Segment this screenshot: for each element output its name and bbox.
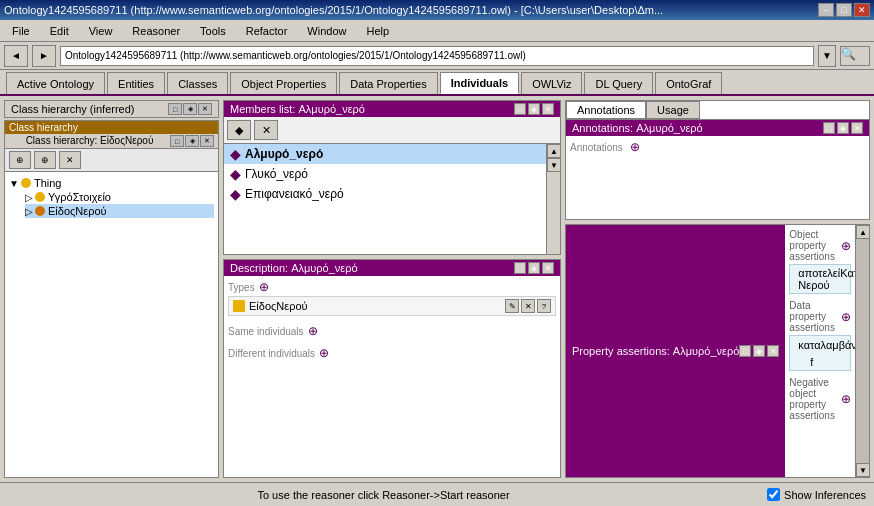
scroll-down[interactable]: ▼ bbox=[547, 158, 560, 172]
types-item-icon bbox=[233, 300, 245, 312]
tree-children: ▷ ΥγρόΣτοιχείο ▷ ΕίδοςΝερού bbox=[9, 190, 214, 218]
ugrostoxeio-dot bbox=[35, 192, 45, 202]
ch-remove-btn[interactable]: ✕ bbox=[59, 151, 81, 169]
tab-entities[interactable]: Entities bbox=[107, 72, 165, 94]
ch-icon-3[interactable]: ✕ bbox=[200, 135, 214, 147]
show-inferences-checkbox[interactable] bbox=[767, 488, 780, 501]
menu-view[interactable]: View bbox=[81, 23, 121, 39]
tree-item-thing[interactable]: ▼ Thing bbox=[9, 176, 214, 190]
types-info-btn[interactable]: ? bbox=[537, 299, 551, 313]
menu-help[interactable]: Help bbox=[358, 23, 397, 39]
ch-icon-2[interactable]: ◈ bbox=[185, 135, 199, 147]
back-button[interactable]: ◄ bbox=[4, 45, 28, 67]
ann-tab-annotations[interactable]: Annotations bbox=[566, 101, 646, 119]
ch-selected[interactable]: Class hierarchy: ΕίδοςΝερού □ ◈ ✕ bbox=[5, 134, 218, 149]
inferred-icon-3[interactable]: ✕ bbox=[198, 103, 212, 115]
members-icon-2[interactable]: ◈ bbox=[528, 103, 540, 115]
desc-icon-2[interactable]: ◈ bbox=[528, 262, 540, 274]
ch-tree: ▼ Thing ▷ ΥγρόΣτοιχείο ▷ ΕίδοςΝερού bbox=[5, 172, 218, 477]
forward-button[interactable]: ► bbox=[32, 45, 56, 67]
obj-add-icon[interactable]: ⊕ bbox=[841, 239, 851, 253]
members-scrollbar[interactable]: ▲ ▼ bbox=[546, 144, 560, 254]
types-delete-btn[interactable]: ✕ bbox=[521, 299, 535, 313]
search-button[interactable]: 🔍 bbox=[840, 46, 870, 66]
same-add-icon[interactable]: ⊕ bbox=[308, 324, 318, 338]
member-label-2: Επιφανειακό_νερό bbox=[245, 187, 344, 201]
menu-bar: File Edit View Reasoner Tools Refactor W… bbox=[0, 20, 874, 42]
address-dropdown[interactable]: ▼ bbox=[818, 45, 836, 67]
prop-icon-3[interactable]: ✕ bbox=[767, 345, 779, 357]
object-prop-section: Object property assertions ⊕ αποτελείΚατ… bbox=[789, 229, 851, 294]
close-button[interactable]: ✕ bbox=[854, 3, 870, 17]
inferred-icon-2[interactable]: ◈ bbox=[183, 103, 197, 115]
diff-add-icon[interactable]: ⊕ bbox=[319, 346, 329, 360]
menu-refactor[interactable]: Refactor bbox=[238, 23, 296, 39]
property-scrollbar[interactable]: ▲ ▼ bbox=[855, 225, 869, 477]
members-list-panel: Members list: Αλμυρό_νερό □ ◈ ✕ ◆ ✕ ◆ Αλ… bbox=[223, 100, 561, 255]
ch-icon-1[interactable]: □ bbox=[170, 135, 184, 147]
title-text: Ontology1424595689711 (http://www.semant… bbox=[4, 4, 818, 16]
thing-label: Thing bbox=[34, 177, 62, 189]
desc-icon-1[interactable]: □ bbox=[514, 262, 526, 274]
data-prop-type: f bbox=[810, 356, 813, 368]
members-icon-1[interactable]: □ bbox=[514, 103, 526, 115]
menu-tools[interactable]: Tools bbox=[192, 23, 234, 39]
left-panel: Class hierarchy (inferred) □ ◈ ✕ Class h… bbox=[4, 100, 219, 478]
property-header: Property assertions: Αλμυρό_νερό □ ◈ ✕ bbox=[566, 225, 785, 477]
neg-add-icon[interactable]: ⊕ bbox=[841, 392, 851, 406]
ann-add-icon[interactable]: ⊕ bbox=[630, 140, 640, 154]
menu-file[interactable]: File bbox=[4, 23, 38, 39]
tab-active-ontology[interactable]: Active Ontology bbox=[6, 72, 105, 94]
prop-scroll-down[interactable]: ▼ bbox=[856, 463, 870, 477]
description-content: Types ⊕ ΕίδοςΝερού ✎ ✕ ? bbox=[224, 276, 560, 477]
members-icon-3[interactable]: ✕ bbox=[542, 103, 554, 115]
tab-object-properties[interactable]: Object Properties bbox=[230, 72, 337, 94]
ann-header-label: Annotations: Αλμυρό_νερό bbox=[572, 122, 703, 134]
address-bar[interactable]: Ontology1424595689711 (http://www.semant… bbox=[60, 46, 814, 66]
ann-icon-1[interactable]: □ bbox=[823, 122, 835, 134]
scroll-up[interactable]: ▲ bbox=[547, 144, 560, 158]
ann-icon-3[interactable]: ✕ bbox=[851, 122, 863, 134]
menu-window[interactable]: Window bbox=[299, 23, 354, 39]
ch-add-btn[interactable]: ⊕ bbox=[9, 151, 31, 169]
members-toolbar: ◆ ✕ bbox=[224, 117, 560, 144]
types-edit-btn[interactable]: ✎ bbox=[505, 299, 519, 313]
ann-icon-2[interactable]: ◈ bbox=[837, 122, 849, 134]
menu-reasoner[interactable]: Reasoner bbox=[124, 23, 188, 39]
inferred-header-icons: □ ◈ ✕ bbox=[168, 103, 212, 115]
member-item-0[interactable]: ◆ Αλμυρό_νερό bbox=[224, 144, 560, 164]
tab-owlviz[interactable]: OWLViz bbox=[521, 72, 582, 94]
eidosnerou-label: ΕίδοςΝερού bbox=[48, 205, 107, 217]
expand-icon-2: ▷ bbox=[25, 192, 33, 203]
ch-add-sub-btn[interactable]: ⊕ bbox=[34, 151, 56, 169]
prop-icon-2[interactable]: ◈ bbox=[753, 345, 765, 357]
maximize-button[interactable]: □ bbox=[836, 3, 852, 17]
member-item-2[interactable]: ◆ Επιφανειακό_νερό bbox=[224, 184, 560, 204]
tab-data-properties[interactable]: Data Properties bbox=[339, 72, 437, 94]
members-btn-2[interactable]: ✕ bbox=[254, 120, 278, 140]
types-add-icon[interactable]: ⊕ bbox=[259, 280, 269, 294]
prop-scroll-up[interactable]: ▲ bbox=[856, 225, 870, 239]
minimize-button[interactable]: – bbox=[818, 3, 834, 17]
tab-classes[interactable]: Classes bbox=[167, 72, 228, 94]
prop-scroll-thumb bbox=[856, 239, 869, 463]
ch-toolbar: ⊕ ⊕ ✕ bbox=[5, 149, 218, 172]
types-item-label: ΕίδοςΝερού bbox=[249, 300, 308, 312]
menu-edit[interactable]: Edit bbox=[42, 23, 77, 39]
tab-dl-query[interactable]: DL Query bbox=[584, 72, 653, 94]
tab-ontograf[interactable]: OntoGraf bbox=[655, 72, 722, 94]
ch-selected-label: Class hierarchy: ΕίδοςΝερού bbox=[26, 135, 154, 146]
tree-item-ugrostoxeio[interactable]: ▷ ΥγρόΣτοιχείο bbox=[25, 190, 214, 204]
inferred-icon-1[interactable]: □ bbox=[168, 103, 182, 115]
data-section-text: Data property assertions bbox=[789, 300, 837, 333]
thing-dot bbox=[21, 178, 31, 188]
desc-icon-3[interactable]: ✕ bbox=[542, 262, 554, 274]
prop-icon-1[interactable]: □ bbox=[739, 345, 751, 357]
ann-tab-usage[interactable]: Usage bbox=[646, 101, 700, 119]
annotations-panel: Annotations Usage Annotations: Αλμυρό_νε… bbox=[565, 100, 870, 220]
member-item-1[interactable]: ◆ Γλυκό_νερό bbox=[224, 164, 560, 184]
data-add-icon[interactable]: ⊕ bbox=[841, 310, 851, 324]
members-btn-1[interactable]: ◆ bbox=[227, 120, 251, 140]
tree-item-eidosnerou[interactable]: ▷ ΕίδοςΝερού bbox=[25, 204, 214, 218]
tab-individuals[interactable]: Individuals bbox=[440, 72, 519, 94]
